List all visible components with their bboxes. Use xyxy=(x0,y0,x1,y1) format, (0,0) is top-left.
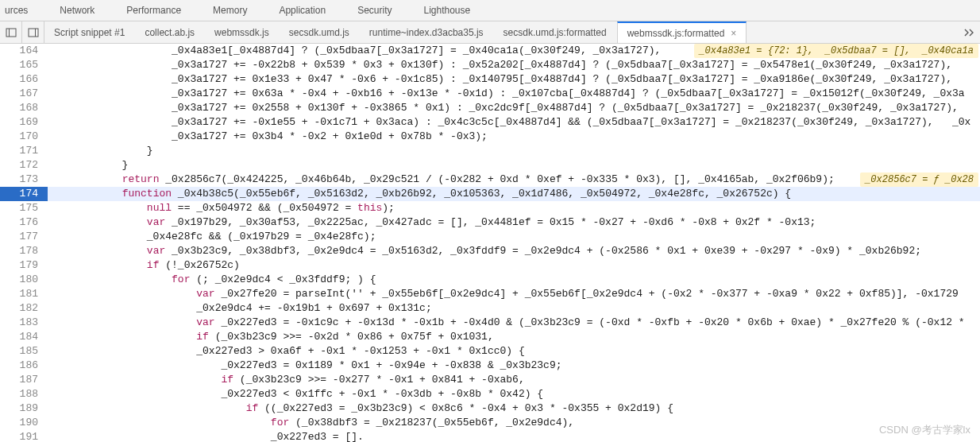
line-number[interactable]: 181 xyxy=(0,287,38,301)
inline-value-hint: _0x4a83e1 = {72: 1}, _0x5dbaa7 = [], _0x… xyxy=(694,44,978,58)
file-tab-runtime[interactable]: runtime~index.d3acba35.js xyxy=(360,21,494,43)
line-number[interactable]: 165 xyxy=(0,58,38,72)
panel-tab-network[interactable]: Network xyxy=(55,1,99,20)
line-number[interactable]: 175 xyxy=(0,201,38,215)
code-line[interactable]: if (!_0x26752c) xyxy=(48,258,980,273)
code-line[interactable]: function _0x4b38c5(_0x55eb6f, _0x5163d2,… xyxy=(48,187,980,201)
code-line[interactable]: } xyxy=(48,144,980,158)
code-line[interactable]: _0x227ed3 = 0x1189 * 0x1 + -0x94e + -0x8… xyxy=(48,359,980,373)
chevron-right-icon xyxy=(963,29,974,37)
file-tab-secsdk-fmt[interactable]: secsdk.umd.js:formatted xyxy=(494,21,617,43)
sidebar-icon xyxy=(6,27,17,38)
line-number[interactable]: 170 xyxy=(0,130,38,144)
panel-tab-lighthouse[interactable]: Lighthouse xyxy=(419,1,475,20)
panel-tab-sources[interactable]: urces xyxy=(0,1,33,20)
code-line[interactable]: _0x3a1727 += 0x3b4 * -0x2 + 0x1e0d + 0x7… xyxy=(48,130,980,144)
line-number[interactable]: 176 xyxy=(0,215,38,230)
dock-icon xyxy=(28,27,39,38)
line-number[interactable]: 183 xyxy=(0,316,38,330)
line-number[interactable]: 174 xyxy=(0,187,48,201)
line-number[interactable]: 190 xyxy=(0,416,38,430)
code-line[interactable]: _0x2e9dc4 += -0x19b1 + 0x697 + 0x131c; xyxy=(48,301,980,316)
code-line[interactable]: var _0x27fe20 = parseInt('' + _0x55eb6f[… xyxy=(48,287,980,301)
line-number[interactable]: 180 xyxy=(0,273,38,287)
source-editor[interactable]: 1641651661671681691701711721731741751761… xyxy=(0,44,980,442)
panel-tab-memory[interactable]: Memory xyxy=(208,1,252,20)
panel-tab-performance[interactable]: Performance xyxy=(122,1,186,20)
code-line[interactable]: _0x227ed3 < 0x1ffc + -0x1 * -0x3db + -0x… xyxy=(48,387,980,401)
code-line[interactable]: if (_0x3b23c9 >>= -0x2d * 0x86 + 0x75f +… xyxy=(48,330,980,344)
code-line[interactable]: _0x4a83e1[_0x4887d4] ? (_0x5dbaa7[_0x3a1… xyxy=(48,44,980,58)
panel-tab-application[interactable]: Application xyxy=(274,1,330,20)
file-tab-snippet[interactable]: Script snippet #1 xyxy=(44,21,135,43)
line-number[interactable]: 184 xyxy=(0,330,38,344)
file-tab-webmssdk[interactable]: webmssdk.js xyxy=(205,21,280,43)
line-number[interactable]: 171 xyxy=(0,144,38,158)
code-line[interactable]: var _0x227ed3 = -0x1c9c + -0x13d * -0x1b… xyxy=(48,316,980,330)
panel-tab-security[interactable]: Security xyxy=(353,1,396,20)
code-line[interactable]: null == _0x504972 && (_0x504972 = this); xyxy=(48,201,980,215)
code-line[interactable]: _0x3a1727 += 0x1e33 + 0x47 * -0x6 + -0x1… xyxy=(48,72,980,87)
toggle-navigator-button[interactable] xyxy=(0,21,22,43)
file-tab-collect[interactable]: collect.ab.js xyxy=(135,21,205,43)
file-tab-secsdk[interactable]: secsdk.umd.js xyxy=(280,21,360,43)
line-number[interactable]: 167 xyxy=(0,87,38,101)
file-tab-webmssdk-fmt[interactable]: webmssdk.js:formatted × xyxy=(617,21,747,43)
line-number[interactable]: 168 xyxy=(0,101,38,115)
panel-tabs: urces Network Performance Memory Applica… xyxy=(0,0,980,21)
toggle-debugger-button[interactable] xyxy=(22,21,44,43)
line-number[interactable]: 186 xyxy=(0,359,38,373)
line-number-gutter[interactable]: 1641651661671681691701711721731741751761… xyxy=(0,44,48,442)
svg-rect-0 xyxy=(6,29,16,37)
code-line[interactable]: for (; _0x2e9dc4 < _0x3fddf9; ) { xyxy=(48,273,980,287)
line-number[interactable]: 164 xyxy=(0,44,38,58)
file-tabs-row: Script snippet #1 collect.ab.js webmssdk… xyxy=(0,21,980,44)
line-number[interactable]: 189 xyxy=(0,401,38,416)
file-tab-label: Script snippet #1 xyxy=(54,27,125,38)
line-number[interactable]: 178 xyxy=(0,244,38,258)
code-line[interactable]: _0x3a1727 += -0x22b8 + 0x539 * 0x3 + 0x1… xyxy=(48,58,980,72)
code-line[interactable]: if ((_0x227ed3 = _0x3b23c9) < 0x8c6 * -0… xyxy=(48,401,980,416)
file-tab-label: runtime~index.d3acba35.js xyxy=(369,27,484,38)
code-line[interactable]: _0x227ed3 = []. xyxy=(48,430,980,442)
code-content[interactable]: _0x4a83e1[_0x4887d4] ? (_0x5dbaa7[_0x3a1… xyxy=(48,44,980,442)
code-line[interactable]: _0x3a1727 += -0x1e55 + -0x1c71 + 0x3aca)… xyxy=(48,115,980,130)
code-line[interactable]: var _0x3b23c9, _0x38dbf3, _0x2e9dc4 = _0… xyxy=(48,244,980,258)
code-line[interactable]: for (_0x38dbf3 = _0x218237(_0x55eb6f, _0… xyxy=(48,416,980,430)
file-tab-label: secsdk.umd.js xyxy=(289,27,349,38)
code-line[interactable]: if (_0x3b23c9 >>= -0x277 * -0x1 + 0x841 … xyxy=(48,373,980,387)
line-number[interactable]: 187 xyxy=(0,373,38,387)
code-line[interactable]: _0x227ed3 > 0xa6f + -0x1 * -0x1253 + -0x… xyxy=(48,344,980,359)
csdn-watermark: CSDN @考古学家lx xyxy=(879,423,970,437)
line-number[interactable]: 182 xyxy=(0,301,38,316)
code-line[interactable]: _0x4e28fc && (_0x197b29 = _0x4e28fc); xyxy=(48,230,980,244)
line-number[interactable]: 177 xyxy=(0,230,38,244)
svg-rect-2 xyxy=(29,29,38,37)
code-line[interactable]: _0x3a1727 += 0x2558 + 0x130f + -0x3865 *… xyxy=(48,101,980,115)
file-tabs: Script snippet #1 collect.ab.js webmssdk… xyxy=(44,21,958,43)
code-line[interactable]: } xyxy=(48,158,980,173)
line-number[interactable]: 191 xyxy=(0,430,38,442)
line-number[interactable]: 169 xyxy=(0,115,38,130)
file-tab-label: secsdk.umd.js:formatted xyxy=(504,27,607,38)
code-line[interactable]: var _0x197b29, _0x30af53, _0x2225ac, _0x… xyxy=(48,215,980,230)
more-tabs-button[interactable] xyxy=(958,21,980,43)
file-tab-label: webmssdk.js:formatted xyxy=(627,28,725,39)
code-line[interactable]: return _0x2856c7(_0x424225, _0x46b64b, _… xyxy=(48,173,980,187)
file-tab-label: webmssdk.js xyxy=(214,27,269,38)
line-number[interactable]: 179 xyxy=(0,258,38,273)
line-number[interactable]: 166 xyxy=(0,72,38,87)
line-number[interactable]: 185 xyxy=(0,344,38,359)
line-number[interactable]: 173 xyxy=(0,173,38,187)
file-tab-label: collect.ab.js xyxy=(145,27,195,38)
line-number[interactable]: 172 xyxy=(0,158,38,173)
line-number[interactable]: 188 xyxy=(0,387,38,401)
inline-value-hint: _0x2856c7 = ƒ _0x28 xyxy=(860,173,978,187)
code-line[interactable]: _0x3a1727 += 0x63a * -0x4 + -0xb16 + -0x… xyxy=(48,87,980,101)
close-tab-icon[interactable]: × xyxy=(731,28,736,39)
